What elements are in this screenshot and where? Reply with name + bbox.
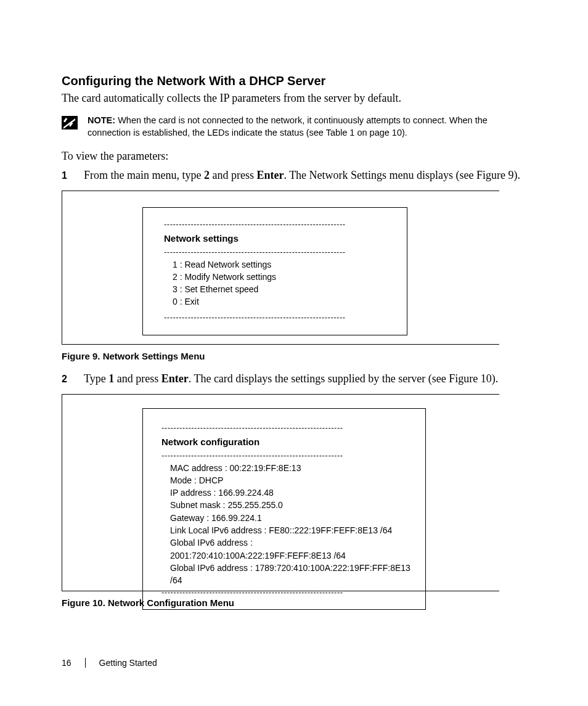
step-text: From the main menu, type: [84, 169, 204, 181]
divider-line: ----------------------------------------…: [161, 422, 412, 434]
step-1: 1 From the main menu, type 2 and press E…: [62, 169, 529, 182]
menu-items: MAC address : 00:22:19:FF:8E:13 Mode : D…: [161, 462, 412, 587]
step-number: 2: [62, 372, 70, 385]
step-number: 1: [62, 169, 70, 182]
figure-10-caption: Figure 10. Network Configuration Menu: [62, 597, 529, 608]
step-text: Type: [84, 372, 108, 385]
step-body: From the main menu, type 2 and press Ent…: [84, 169, 520, 182]
figure-10-box: ----------------------------------------…: [142, 408, 426, 610]
view-params-text: To view the parameters:: [62, 150, 529, 163]
menu-items: 1 : Read Network settings 2 : Modify Net…: [164, 258, 388, 308]
config-line: MAC address : 00:22:19:FF:8E:13: [170, 462, 412, 474]
note-text: NOTE: When the card is not connected to …: [88, 115, 529, 139]
note-label: NOTE:: [88, 115, 115, 125]
figure-9-box: ----------------------------------------…: [142, 207, 407, 335]
step-text: . The card displays the settings supplie…: [189, 372, 499, 385]
figure-9-caption: Figure 9. Network Settings Menu: [62, 351, 529, 361]
section-heading: Configuring the Network With a DHCP Serv…: [62, 74, 529, 88]
note-block: NOTE: When the card is not connected to …: [62, 115, 529, 139]
document-page: Configuring the Network With a DHCP Serv…: [0, 0, 588, 706]
config-line: Link Local IPv6 address : FE80::222:19FF…: [170, 524, 412, 536]
menu-item: 3 : Set Ethernet speed: [173, 283, 388, 295]
config-line: Gateway : 166.99.224.1: [170, 512, 412, 524]
step-text: and press: [210, 169, 256, 181]
step-keypress: 1: [108, 372, 114, 385]
menu-item: 0 : Exit: [173, 295, 388, 308]
divider-line: ----------------------------------------…: [161, 450, 412, 462]
page-footer: 16 Getting Started: [62, 658, 157, 668]
step-text: and press: [114, 372, 161, 385]
figure-9-frame: ----------------------------------------…: [62, 191, 499, 345]
config-line: Mode : DHCP: [170, 474, 412, 486]
page-number: 16: [62, 658, 71, 668]
menu-heading: Network configuration: [161, 435, 412, 449]
note-icon: [62, 116, 78, 133]
step-keypress: Enter: [256, 169, 284, 181]
menu-heading: Network settings: [164, 232, 388, 245]
divider-line: ----------------------------------------…: [164, 312, 388, 324]
step-keypress: Enter: [161, 372, 189, 385]
note-body: When the card is not connected to the ne…: [88, 115, 488, 138]
figure-10-frame: ----------------------------------------…: [62, 394, 499, 591]
menu-item: 1 : Read Network settings: [173, 258, 388, 271]
step-body: Type 1 and press Enter. The card display…: [84, 372, 498, 385]
divider-line: ----------------------------------------…: [164, 247, 388, 258]
config-line: Global IPv6 address : 1789:720:410:100A:…: [170, 562, 412, 587]
step-2: 2 Type 1 and press Enter. The card displ…: [62, 372, 529, 385]
config-line: Global IPv6 address : 2001:720:410:100A:…: [170, 536, 412, 562]
divider-line: ----------------------------------------…: [161, 587, 412, 599]
step-text: . The Network Settings menu displays (se…: [284, 169, 520, 181]
footer-section: Getting Started: [99, 658, 157, 668]
divider-line: ----------------------------------------…: [164, 219, 388, 231]
config-line: Subnet mask : 255.255.255.0: [170, 499, 412, 511]
step-keypress: 2: [204, 169, 210, 181]
footer-divider: [85, 658, 86, 668]
menu-item: 2 : Modify Network settings: [173, 271, 388, 283]
intro-paragraph: The card automatically collects the IP p…: [62, 92, 529, 105]
config-line: IP address : 166.99.224.48: [170, 486, 412, 499]
